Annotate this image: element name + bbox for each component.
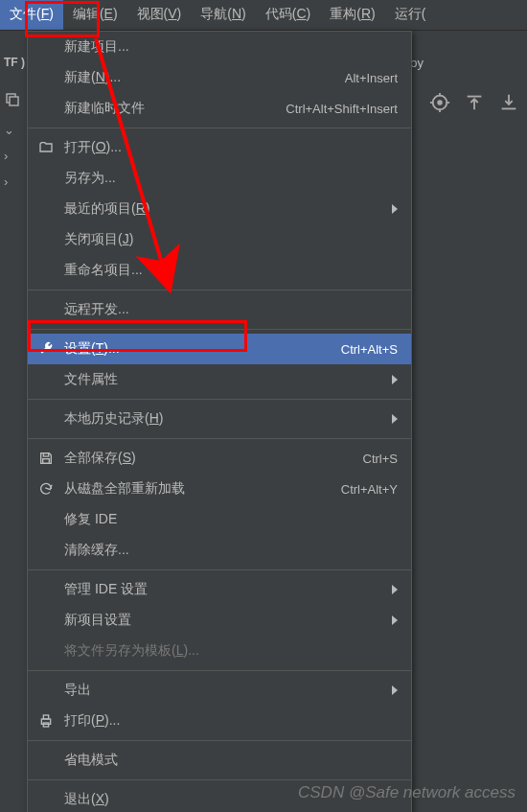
submenu-arrow-icon	[392, 414, 398, 424]
bg-text-tf: TF )	[4, 56, 25, 69]
menu-separator	[28, 740, 411, 741]
file-dropdown-menu: 新建项目... 新建(N)... Alt+Insert 新建临时文件 Ctrl+…	[27, 31, 412, 812]
menu-power-save[interactable]: 省电模式	[28, 745, 411, 776]
caret-right-icon[interactable]: ›	[4, 174, 25, 189]
menu-repair-ide[interactable]: 修复 IDE	[28, 504, 411, 535]
menu-label: 将文件另存为模板(L)...	[64, 642, 398, 660]
svg-rect-14	[43, 715, 48, 719]
menu-close-project[interactable]: 关闭项目(J)	[28, 224, 411, 255]
menu-label: 修复 IDE	[64, 511, 398, 528]
menu-separator	[28, 128, 411, 128]
menu-label: 打印(P)...	[64, 712, 398, 730]
svg-rect-12	[43, 459, 50, 464]
menu-settings[interactable]: 设置(T)... Ctrl+Alt+S	[28, 334, 411, 364]
menu-file-props[interactable]: 文件属性	[28, 364, 411, 395]
blank-icon	[37, 612, 55, 629]
menu-save-all[interactable]: 全部保存(S) Ctrl+S	[28, 443, 411, 474]
blank-icon	[37, 682, 55, 699]
reload-icon	[37, 480, 55, 498]
svg-rect-11	[43, 453, 48, 456]
menu-label: 文件属性	[64, 371, 382, 388]
blank-icon	[37, 200, 55, 218]
blank-icon	[37, 301, 55, 318]
menu-label: 关闭项目(J)	[64, 231, 398, 248]
menu-manage-ide[interactable]: 管理 IDE 设置	[28, 574, 411, 605]
watermark: CSDN @Safe network access	[298, 783, 516, 802]
blank-icon	[37, 410, 55, 428]
menu-separator	[28, 438, 411, 439]
menu-label: 全部保存(S)	[64, 450, 354, 467]
blank-icon	[37, 38, 55, 56]
blank-icon	[37, 581, 55, 598]
menu-label: 省电模式	[64, 752, 398, 769]
menu-label: 新建(N)...	[64, 69, 335, 86]
menu-new[interactable]: 新建(N)... Alt+Insert	[28, 62, 411, 93]
submenu-arrow-icon	[392, 685, 398, 695]
blank-icon	[37, 231, 55, 248]
svg-point-1	[438, 101, 442, 104]
menu-separator	[28, 670, 411, 671]
blank-icon	[37, 542, 55, 559]
menu-file[interactable]: 文件(F)	[0, 0, 63, 30]
menu-export[interactable]: 导出	[28, 675, 411, 706]
menu-save-as[interactable]: 另存为...	[28, 163, 411, 194]
menu-label: 新建临时文件	[64, 100, 276, 117]
expand-icon[interactable]	[464, 92, 485, 116]
menu-clear-cache[interactable]: 清除缓存...	[28, 535, 411, 566]
menu-separator	[28, 290, 411, 290]
menu-edit[interactable]: 编辑(E)	[63, 0, 127, 30]
left-sidebar: ⌄ › ›	[4, 91, 25, 189]
menu-label: 本地历史记录(H)	[64, 410, 382, 428]
menu-label: 最近的项目(R)	[64, 200, 382, 218]
submenu-arrow-icon	[392, 375, 398, 384]
menu-label: 管理 IDE 设置	[64, 581, 382, 598]
svg-rect-10	[10, 97, 18, 105]
menu-label: 清除缓存...	[64, 542, 398, 559]
menu-recent[interactable]: 最近的项目(R)	[28, 194, 411, 224]
menu-print[interactable]: 打印(P)...	[28, 706, 411, 736]
menu-local-history[interactable]: 本地历史记录(H)	[28, 404, 411, 434]
menu-rename-project[interactable]: 重命名项目...	[28, 255, 411, 286]
printer-icon	[37, 712, 55, 730]
menu-label: 重命名项目...	[64, 262, 398, 279]
menu-scratch[interactable]: 新建临时文件 Ctrl+Alt+Shift+Insert	[28, 93, 411, 124]
submenu-arrow-icon	[392, 204, 398, 214]
blank-icon	[37, 170, 55, 187]
menu-refactor[interactable]: 重构(R)	[320, 0, 384, 30]
blank-icon	[37, 100, 55, 117]
blank-icon	[37, 752, 55, 769]
copy-icon[interactable]	[4, 91, 25, 111]
menu-view[interactable]: 视图(V)	[127, 0, 192, 30]
menu-label: 从磁盘全部重新加载	[64, 480, 332, 498]
submenu-arrow-icon	[392, 585, 398, 594]
menu-shortcut: Ctrl+Alt+S	[341, 342, 398, 357]
target-icon[interactable]	[429, 92, 450, 116]
menu-reload-disk[interactable]: 从磁盘全部重新加载 Ctrl+Alt+Y	[28, 474, 411, 504]
menu-save-template: 将文件另存为模板(L)...	[28, 636, 411, 666]
menu-shortcut: Ctrl+Alt+Shift+Insert	[286, 102, 398, 116]
menu-shortcut: Ctrl+S	[363, 452, 398, 466]
menu-shortcut: Alt+Insert	[345, 71, 398, 85]
menu-label: 另存为...	[64, 170, 398, 187]
menu-label: 导出	[64, 682, 382, 699]
blank-icon	[37, 371, 55, 388]
menu-run[interactable]: 运行(	[385, 0, 436, 30]
menu-label: 远程开发...	[64, 301, 398, 318]
blank-icon	[37, 511, 55, 528]
menu-label: 打开(O)...	[64, 139, 398, 156]
menu-label: 设置(T)...	[64, 340, 332, 358]
menu-open[interactable]: 打开(O)...	[28, 132, 411, 163]
menu-new-project-settings[interactable]: 新项目设置	[28, 605, 411, 636]
collapse-icon[interactable]	[498, 92, 519, 116]
bg-text-oy: oy	[410, 56, 424, 70]
caret-right-icon[interactable]: ›	[4, 149, 25, 163]
menu-code[interactable]: 代码(C)	[256, 0, 320, 30]
caret-down-icon[interactable]: ⌄	[4, 123, 25, 137]
save-icon	[37, 450, 55, 467]
menu-label: 新建项目...	[64, 38, 398, 56]
submenu-arrow-icon	[392, 615, 398, 625]
menu-nav[interactable]: 导航(N)	[191, 0, 255, 30]
menu-new-project[interactable]: 新建项目...	[28, 32, 411, 62]
menu-remote-dev[interactable]: 远程开发...	[28, 294, 411, 325]
wrench-icon	[37, 340, 55, 358]
